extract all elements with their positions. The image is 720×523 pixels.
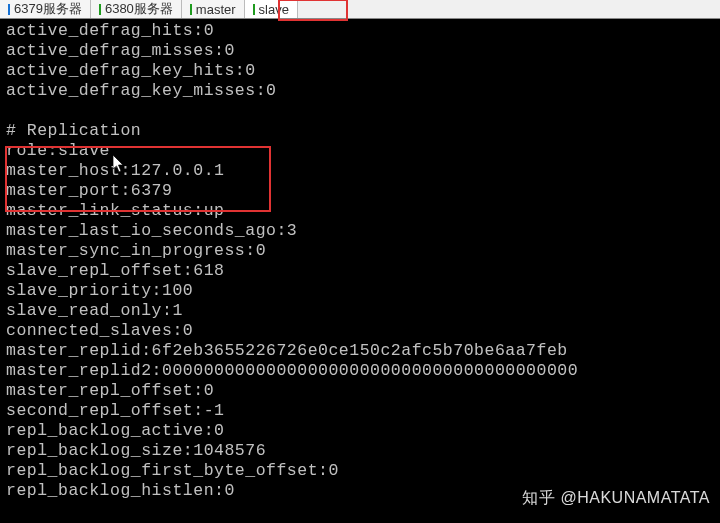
tab-label: 6380服务器 — [105, 0, 173, 18]
terminal-line: master_last_io_seconds_ago:3 — [6, 221, 714, 241]
terminal-line: master_sync_in_progress:0 — [6, 241, 714, 261]
tab-3[interactable]: slave — [245, 0, 298, 18]
terminal-line: master_port:6379 — [6, 181, 714, 201]
terminal-line: master_host:127.0.0.1 — [6, 161, 714, 181]
terminal-line: active_defrag_key_hits:0 — [6, 61, 714, 81]
tab-label: 6379服务器 — [14, 0, 82, 18]
tab-marker-icon — [253, 4, 255, 15]
terminal-line: slave_read_only:1 — [6, 301, 714, 321]
terminal-line: master_replid2:0000000000000000000000000… — [6, 361, 714, 381]
terminal-line: repl_backlog_active:0 — [6, 421, 714, 441]
watermark: 知乎 @HAKUNAMATATA — [522, 488, 710, 509]
tab-1[interactable]: 6380服务器 — [91, 0, 182, 18]
terminal-output: active_defrag_hits:0active_defrag_misses… — [0, 19, 720, 505]
tab-bar: 6379服务器6380服务器masterslave — [0, 0, 720, 19]
terminal-line: slave_priority:100 — [6, 281, 714, 301]
terminal-line: repl_backlog_size:1048576 — [6, 441, 714, 461]
terminal-line — [6, 101, 714, 121]
terminal-line: role:slave — [6, 141, 714, 161]
terminal-line: second_repl_offset:-1 — [6, 401, 714, 421]
tab-0[interactable]: 6379服务器 — [0, 0, 91, 18]
terminal-line: active_defrag_misses:0 — [6, 41, 714, 61]
terminal-line: active_defrag_key_misses:0 — [6, 81, 714, 101]
terminal-line: # Replication — [6, 121, 714, 141]
tab-marker-icon — [8, 4, 10, 15]
terminal-line: active_defrag_hits:0 — [6, 21, 714, 41]
tab-marker-icon — [99, 4, 101, 15]
terminal-line: master_link_status:up — [6, 201, 714, 221]
terminal-line: master_replid:6f2eb3655226726e0ce150c2af… — [6, 341, 714, 361]
terminal-line: master_repl_offset:0 — [6, 381, 714, 401]
tab-2[interactable]: master — [182, 0, 245, 18]
tab-label: master — [196, 2, 236, 17]
tab-marker-icon — [190, 4, 192, 15]
terminal-line: repl_backlog_first_byte_offset:0 — [6, 461, 714, 481]
tab-label: slave — [259, 2, 289, 17]
terminal-line: slave_repl_offset:618 — [6, 261, 714, 281]
terminal-line: connected_slaves:0 — [6, 321, 714, 341]
